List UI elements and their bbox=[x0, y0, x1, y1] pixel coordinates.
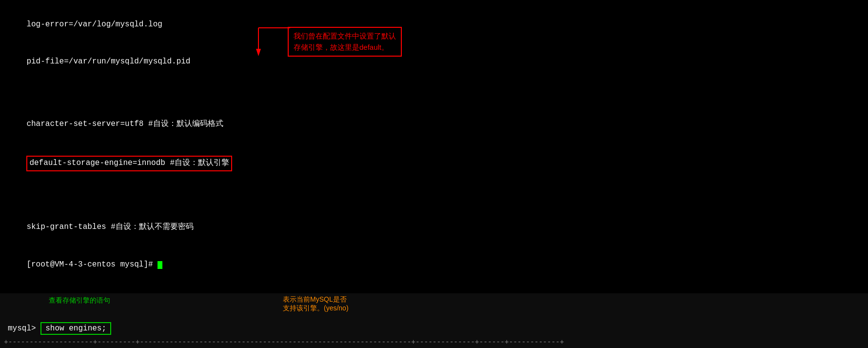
green-label-text: 查看存储引擎的语句 bbox=[49, 296, 110, 304]
sep-top: +--------------------+---------+--------… bbox=[0, 337, 868, 348]
highlighted-line: default-storage-engine=innodb #自设：默认引擎 bbox=[26, 156, 232, 171]
terminal-content: log-error=/var/log/mysqld.log pid-file=/… bbox=[8, 6, 860, 284]
show-engines-command: show engines; bbox=[40, 322, 111, 335]
line8: [root@VM-4-3-centos mysql]# bbox=[26, 260, 158, 269]
line7: skip-grant-tables #自设：默认不需要密码 bbox=[26, 223, 193, 231]
annotation-text: 我们曾在配置文件中设置了默认 存储引擎，故这里是default。 bbox=[294, 32, 396, 51]
green-label: 查看存储引擎的语句 bbox=[49, 296, 110, 305]
engines-table: +--------------------+---------+--------… bbox=[0, 337, 868, 348]
annotation-box: 我们曾在配置文件中设置了默认 存储引擎，故这里是default。 bbox=[288, 27, 402, 57]
orange-label-line1: 表示当前MySQL是否 bbox=[283, 295, 349, 304]
top-terminal: log-error=/var/log/mysqld.log pid-file=/… bbox=[0, 0, 868, 293]
cursor bbox=[158, 261, 162, 269]
mysql-prompt-text: mysql> bbox=[8, 324, 40, 333]
mysql-prompt-row: mysql> show engines; bbox=[0, 320, 868, 337]
orange-label: 表示当前MySQL是否 支持该引擎。(yes/no) bbox=[205, 295, 349, 313]
line5: default-storage-engine=innodb #自设：默认引擎 bbox=[29, 159, 229, 167]
line1: log-error=/var/log/mysqld.log bbox=[26, 20, 162, 29]
line4: character-set-server=utf8 #自设：默认编码格式 bbox=[26, 120, 223, 128]
line2: pid-file=/var/run/mysqld/mysqld.pid bbox=[26, 57, 190, 66]
bottom-mysql: 查看存储引擎的语句 表示当前MySQL是否 支持该引擎。(yes/no) mys… bbox=[0, 293, 868, 348]
orange-label-line2: 支持该引擎。(yes/no) bbox=[283, 304, 349, 313]
